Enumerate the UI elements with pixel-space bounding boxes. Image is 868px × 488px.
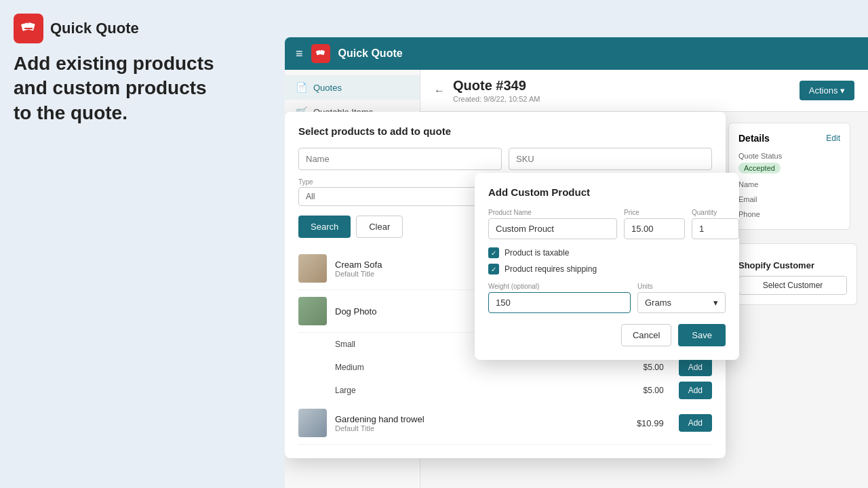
details-header: Details Edit [738,133,840,144]
variant-name: Large [335,386,635,395]
product-thumbnail [298,297,327,325]
back-button[interactable]: ← [434,85,445,97]
variant-price: $5.00 [644,386,664,395]
status-badge: Accepted [738,163,781,174]
type-select[interactable]: All ▾ [298,187,502,206]
taxable-checkbox[interactable]: ✓ [488,247,499,258]
list-item: Gardening hand trowel Default Title $10.… [298,402,712,445]
sku-search-input[interactable] [509,148,712,170]
type-label: Type [298,178,502,186]
units-chevron-icon: ▾ [713,298,718,308]
svg-rect-4 [319,50,325,56]
shopify-customer-panel: Shopify Customer Select Customer [728,243,857,305]
tagline: Add existing products and custom product… [14,52,214,125]
name-label: Name [738,180,840,188]
details-title: Details [738,133,770,144]
variant-name: Medium [335,363,635,372]
weight-group: Weight (optional) [488,283,631,313]
hamburger-menu[interactable]: ≡ [296,47,303,61]
weight-label: Weight (optional) [488,283,631,290]
product-list-name: Gardening hand trowel [335,414,629,424]
quote-header-left: ← Quote #349 Created: 9/8/22, 10:52 AM [434,78,540,103]
product-thumbnail [298,254,327,283]
app-name: Quick Quote [50,20,139,37]
quantity-label: Quantity [692,209,739,216]
cancel-button[interactable]: Cancel [621,324,671,346]
add-variant-1-button[interactable]: Add [679,359,712,376]
variant-price: $5.00 [644,363,664,372]
quote-meta: Created: 9/8/22, 10:52 AM [453,95,540,103]
product-info: Gardening hand trowel Default Title [335,414,629,432]
top-nav: ≡ Quick Quote [285,37,868,70]
taxable-row: ✓ Product is taxable [488,247,726,258]
sidebar-item-quotes[interactable]: 📄 Quotes [285,75,420,100]
product-name-field[interactable] [488,218,617,239]
units-group: Units Grams ▾ [637,283,726,313]
product-name-label: Product Name [488,209,617,216]
email-label: Email [738,195,840,203]
shopify-customer-title: Shopify Customer [738,260,847,270]
quotes-icon: 📄 [296,82,307,93]
units-label: Units [637,283,726,290]
quantity-field[interactable] [692,218,739,239]
add-custom-product-dialog: Add Custom Product Product Name Price Qu… [475,173,739,360]
search-row [298,148,712,170]
dialog-footer: Cancel Save [488,324,726,346]
variant-row: Large $5.00 Add [298,379,712,402]
quote-title: Quote #349 [453,78,540,94]
status-label: Quote Status [738,152,840,160]
select-products-title: Select products to add to quote [298,125,712,137]
actions-button[interactable]: Actions ▾ [800,81,854,100]
shipping-checkbox[interactable]: ✓ [488,264,499,274]
product-list-variant: Default Title [335,424,629,432]
product-name-group: Product Name [488,209,617,239]
brand-logo: Quick Quote [14,14,214,43]
shipping-row: ✓ Product requires shipping [488,264,726,274]
product-thumbnail [298,409,327,437]
nav-logo-icon [311,44,330,63]
details-panel: Details Edit Quote Status Accepted Name … [728,123,850,230]
product-list-price: $10.99 [637,418,664,428]
clear-button[interactable]: Clear [356,216,403,238]
product-name-price-row: Product Name Price Quantity [488,209,726,239]
select-customer-button[interactable]: Select Customer [738,276,847,295]
units-select[interactable]: Grams ▾ [637,292,726,313]
price-label: Price [624,209,685,216]
quantity-group: Quantity [692,209,739,239]
add-product-2-button[interactable]: Add [679,414,712,432]
type-filter-wrap: Type All ▾ [298,178,502,206]
weight-row: Weight (optional) Units Grams ▾ [488,283,726,313]
price-group: Price [624,209,685,239]
name-search-input[interactable] [298,148,502,170]
add-variant-2-button[interactable]: Add [679,382,712,399]
details-edit-link[interactable]: Edit [826,134,840,143]
taxable-label: Product is taxable [505,248,569,258]
units-value: Grams [645,298,671,308]
branding-area: Quick Quote Add existing products and cu… [14,14,214,125]
price-field[interactable] [624,218,685,239]
logo-icon [14,14,43,43]
phone-label: Phone [738,210,840,218]
nav-title: Quick Quote [338,47,403,60]
shipping-label: Product requires shipping [505,264,597,274]
quote-header: ← Quote #349 Created: 9/8/22, 10:52 AM A… [420,70,868,112]
weight-input[interactable] [488,292,631,313]
save-button[interactable]: Save [678,324,726,346]
search-button[interactable]: Search [298,216,351,238]
app-window: ≡ Quick Quote 📄 Quotes 🛒 Quotable Items … [285,37,868,488]
custom-dialog-title: Add Custom Product [488,186,726,198]
